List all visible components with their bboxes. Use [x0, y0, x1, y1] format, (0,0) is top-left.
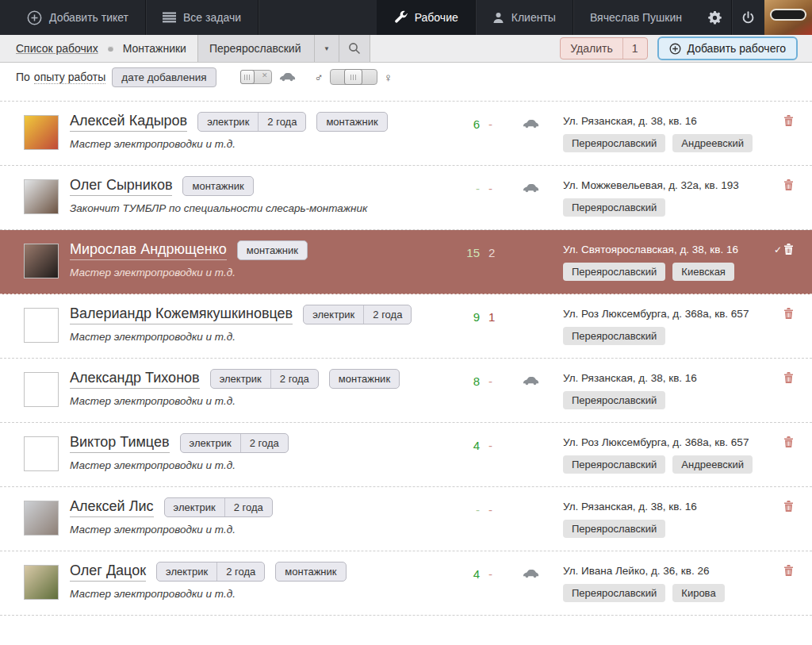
delete-worker-icon[interactable] — [784, 244, 793, 258]
worker-address-block: Ул. Святоярославская, д. 38, кв. 16 Пере… — [563, 244, 768, 281]
delete-button[interactable]: Удалить 1 — [560, 37, 647, 60]
topbar-spacer — [259, 0, 377, 35]
district-tags: Переярославский — [563, 327, 768, 345]
worker-name-link[interactable]: Олег Дацок — [70, 562, 146, 582]
delete-worker-icon[interactable] — [784, 436, 793, 451]
worker-address-block: Ул. Ивана Лейко, д. 36, кв. 26 Переяросл… — [563, 565, 768, 602]
sort-prefix-label: По — [16, 71, 30, 83]
workers-list-link[interactable]: Список рабочих — [16, 42, 98, 55]
worker-description: Мастер электропроводки и т.д. — [70, 395, 400, 407]
delete-worker-icon[interactable] — [784, 372, 793, 386]
worker-row[interactable]: Алексей Кадыров электрик2 годамонтажник … — [0, 102, 812, 166]
worker-row[interactable]: Олег Сырников монтажник Закончит ТУМБЛР … — [0, 166, 812, 230]
worker-name-link[interactable]: Виктор Тимцев — [70, 434, 170, 453]
skill-tag: монтажник — [329, 369, 400, 389]
jobs-failed-count: 2 — [488, 246, 495, 259]
search-button[interactable] — [339, 35, 370, 62]
tab-workers[interactable]: Рабочие — [377, 0, 475, 35]
user-name[interactable]: Вячеслав Пушкин — [573, 0, 699, 35]
toggle-knob[interactable] — [240, 70, 255, 84]
worker-name-link[interactable]: Алексей Лис — [70, 498, 154, 517]
worker-avatar[interactable] — [24, 244, 59, 278]
worker-name-line: Олег Дацок электрик2 годамонтажник — [70, 562, 347, 582]
district-tag: Кирова — [672, 584, 724, 602]
district-select-value: Переярославский — [198, 35, 314, 62]
delete-worker-icon[interactable] — [784, 115, 793, 129]
car-icon — [522, 569, 539, 578]
tab-clients-label: Клиенты — [511, 11, 556, 24]
crumb-category: Монтажники — [123, 42, 186, 55]
worker-name-line: Алексей Кадыров электрик2 годамонтажник — [70, 112, 388, 132]
car-icon — [278, 72, 296, 82]
worker-name-line: Олег Сырников монтажник — [70, 176, 367, 196]
worker-main: Олег Дацок электрик2 годамонтажник Масте… — [70, 562, 347, 600]
gender-filter-toggle[interactable] — [330, 69, 377, 85]
worker-stats: 6 - — [464, 117, 492, 131]
jobs-done-count: - — [464, 182, 480, 195]
worker-main: Алексей Лис электрик2 года Мастер электр… — [70, 497, 273, 536]
worker-name-link[interactable]: Мирослав Андрющенко — [70, 241, 227, 260]
jobs-failed-count: 1 — [488, 310, 495, 324]
tab-clients[interactable]: Клиенты — [476, 0, 573, 35]
delete-worker-icon[interactable] — [784, 501, 793, 515]
worker-name-link[interactable]: Валериандр Кожемякушкиновцев — [70, 305, 293, 324]
search-icon — [348, 42, 361, 55]
worker-row[interactable]: Мирослав Андрющенко монтажник Мастер эле… — [0, 230, 812, 294]
chevron-down-icon: ▼ — [314, 35, 339, 62]
sort-by-experience-link[interactable]: опыту работы — [34, 71, 105, 84]
add-worker-button[interactable]: Добавить рабочего — [657, 36, 799, 60]
worker-name-link[interactable]: Алексей Кадыров — [70, 113, 187, 132]
district-tags: ПереярославскийКиевская — [563, 263, 768, 281]
worker-name-line: Виктор Тимцев электрик2 года — [70, 433, 289, 453]
worker-description: Мастер электропроводки и т.д. — [70, 524, 273, 536]
worker-avatar[interactable] — [24, 179, 59, 214]
delete-worker-icon[interactable] — [784, 179, 793, 194]
car-icon — [522, 119, 539, 129]
delete-worker-icon[interactable] — [784, 565, 793, 579]
district-tag: Андреевский — [672, 455, 753, 474]
district-tag: Переярославский — [563, 327, 665, 345]
logout-button[interactable] — [732, 0, 764, 35]
skill-tag-part: 2 года — [363, 305, 411, 324]
car-icon — [522, 183, 539, 193]
worker-description: Закончит ТУМБЛР по специальности слесарь… — [70, 202, 367, 214]
worker-avatar[interactable] — [24, 565, 59, 600]
delete-count-badge: 1 — [622, 38, 647, 59]
worker-row[interactable]: Александр Тихонов электрик2 годамонтажни… — [0, 359, 812, 423]
worker-row[interactable]: Олег Дацок электрик2 годамонтажник Масте… — [0, 551, 812, 616]
worker-row[interactable]: Валериандр Кожемякушкиновцев электрик2 г… — [0, 294, 812, 359]
worker-address: Ул. Рязанская, д. 38, кв. 16 — [563, 501, 768, 513]
add-ticket-button[interactable]: Добавить тикет — [0, 0, 145, 35]
worker-avatar[interactable] — [24, 308, 59, 343]
user-avatar-image[interactable] — [764, 0, 812, 35]
district-select[interactable]: Переярославский ▼ — [197, 35, 370, 62]
worker-row[interactable]: Алексей Лис электрик2 года Мастер электр… — [0, 487, 812, 551]
jobs-done-count: - — [464, 503, 480, 516]
tab-workers-label: Рабочие — [415, 11, 458, 24]
all-tasks-button[interactable]: Все задачи — [146, 0, 258, 35]
worker-avatar[interactable] — [24, 436, 59, 471]
worker-name-line: Валериандр Кожемякушкиновцев электрик2 г… — [70, 305, 412, 324]
jobs-done-count: 8 — [464, 374, 480, 388]
worker-row[interactable]: Виктор Тимцев электрик2 года Мастер элек… — [0, 423, 812, 487]
worker-avatar[interactable] — [24, 372, 59, 407]
worker-description: Мастер электропроводки и т.д. — [70, 459, 289, 471]
toggle-knob[interactable] — [344, 69, 362, 85]
settings-button[interactable] — [699, 0, 731, 35]
worker-name-link[interactable]: Олег Сырников — [70, 177, 172, 196]
district-tags: ПереярославскийАндреевский — [563, 455, 768, 474]
sort-by-date-added-button[interactable]: дате добавления — [112, 67, 216, 87]
skill-tag-part: электрик — [304, 305, 363, 324]
delete-worker-icon[interactable] — [784, 308, 793, 322]
worker-name-link[interactable]: Александр Тихонов — [70, 370, 200, 389]
worker-main: Олег Сырников монтажник Закончит ТУМБЛР … — [70, 176, 367, 214]
worker-avatar[interactable] — [24, 501, 59, 536]
worker-main: Мирослав Андрющенко монтажник Мастер эле… — [70, 240, 308, 278]
worker-name-line: Александр Тихонов электрик2 годамонтажни… — [70, 369, 400, 389]
power-icon — [741, 11, 755, 25]
worker-avatar[interactable] — [24, 115, 59, 150]
worker-name-line: Алексей Лис электрик2 года — [70, 497, 273, 517]
jobs-done-count: 6 — [464, 117, 480, 131]
car-filter-toggle[interactable]: ✕ — [240, 70, 272, 84]
district-tag: Переярославский — [563, 520, 665, 538]
